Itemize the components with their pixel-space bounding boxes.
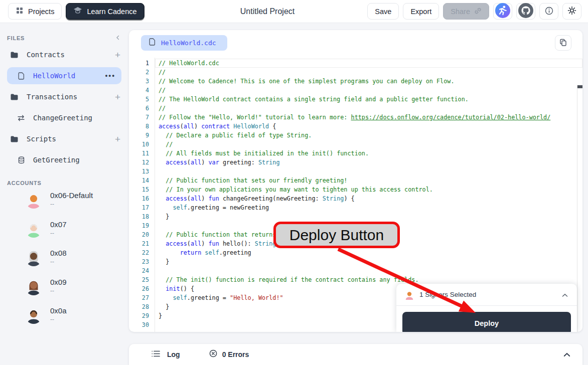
- document-icon: [149, 38, 156, 48]
- folder-scripts[interactable]: Scripts+: [0, 130, 128, 147]
- line-number: 16: [129, 195, 149, 202]
- line-number: 19: [129, 222, 149, 229]
- collapse-sidebar-icon[interactable]: [115, 35, 120, 41]
- github-icon: [518, 3, 533, 20]
- deploy-annotation-label: Deploy Button: [289, 227, 384, 244]
- account-balance: --: [50, 316, 67, 323]
- line-number: 30: [129, 321, 149, 328]
- add-file-button[interactable]: +: [115, 134, 120, 144]
- line-number: 3: [129, 78, 149, 85]
- line-number: 6: [129, 105, 149, 112]
- errors-count-label: 0 Errors: [222, 350, 249, 358]
- deploy-button[interactable]: Deploy: [402, 312, 571, 332]
- account-balance: --: [50, 287, 67, 294]
- transfer-icon: [17, 115, 25, 121]
- code-line: 6//: [129, 104, 582, 113]
- line-number: 26: [129, 285, 149, 292]
- line-number: 24: [129, 267, 149, 274]
- share-button[interactable]: Share: [443, 3, 489, 20]
- projects-button[interactable]: Projects: [8, 3, 62, 20]
- account-0x09[interactable]: 0x09--: [0, 278, 128, 307]
- tab-helloworld-cdc[interactable]: HelloWorld.cdc: [141, 35, 227, 51]
- topbar: Projects Learn Cadence Untitled Project …: [0, 0, 588, 23]
- add-file-button[interactable]: +: [115, 50, 120, 60]
- code-line: 16 access(all) fun changeGreeting(newGre…: [129, 194, 582, 203]
- signers-header[interactable]: 1 Signers Selected: [396, 284, 577, 306]
- line-number: 18: [129, 213, 149, 220]
- page-title: Untitled Project: [240, 7, 295, 16]
- file-item-helloworld[interactable]: HelloWorld●●●: [7, 67, 121, 84]
- file-menu-button[interactable]: ●●●: [105, 73, 115, 78]
- scrollbar-thumb[interactable]: [577, 85, 582, 88]
- file-label: ChangeGreeting: [33, 114, 92, 122]
- accounts-header: ACCOUNTS: [7, 179, 120, 186]
- flow-community-button[interactable]: [493, 3, 512, 20]
- code-line: 25 // The init() function is required if…: [129, 275, 582, 284]
- line-number: 28: [129, 303, 149, 310]
- code-line: 4//: [129, 86, 582, 95]
- file-label: HelloWorld: [33, 72, 75, 80]
- account-0x0a[interactable]: 0x0a--: [0, 306, 128, 335]
- account-address: 0x0a: [50, 306, 67, 315]
- account-0x07[interactable]: 0x07--: [0, 220, 128, 249]
- avatar: [25, 221, 42, 238]
- code-line: 11 // All fields must be initialized in …: [129, 149, 582, 158]
- line-number: 14: [129, 177, 149, 184]
- account-address: 0x06-Default: [50, 191, 93, 200]
- line-number: 4: [129, 87, 149, 94]
- line-number: 23: [129, 258, 149, 265]
- account-balance: --: [50, 258, 67, 265]
- save-button[interactable]: Save: [367, 3, 399, 20]
- line-number: 15: [129, 186, 149, 193]
- github-button[interactable]: [516, 3, 535, 20]
- files-header: FILES: [7, 35, 120, 41]
- document-icon: [17, 72, 25, 80]
- account-address: 0x07: [50, 220, 67, 229]
- line-number: 20: [129, 231, 149, 238]
- learn-cadence-label: Learn Cadence: [87, 8, 136, 16]
- line-number: 13: [129, 168, 149, 175]
- code-line: 13: [129, 167, 582, 176]
- log-panel[interactable]: Log 0 Errors: [129, 344, 582, 365]
- file-item-changegreeting[interactable]: ChangeGreeting: [0, 109, 128, 126]
- link-icon: [474, 7, 482, 16]
- folder-icon: [10, 93, 19, 101]
- folder-label: Scripts: [27, 135, 56, 143]
- folder-icon: [10, 51, 19, 59]
- theme-toggle-button[interactable]: [562, 3, 581, 20]
- deploy-annotation-callout: Deploy Button: [273, 222, 400, 248]
- code-line: 1// HelloWorld.cdc: [129, 59, 582, 68]
- file-item-getgreeting[interactable]: GetGreeting: [0, 151, 128, 168]
- account-0x08[interactable]: 0x08--: [0, 249, 128, 278]
- avatar: [25, 192, 42, 209]
- files-header-label: FILES: [7, 35, 25, 41]
- line-number: 17: [129, 204, 149, 211]
- avatar: [25, 307, 42, 324]
- account-address: 0x08: [50, 249, 67, 257]
- code-line: 10 //: [129, 140, 582, 149]
- folder-icon: [10, 135, 19, 143]
- scrollbar-track: [577, 85, 577, 332]
- export-button[interactable]: Export: [403, 3, 439, 20]
- runner-icon: [495, 3, 510, 20]
- code-line: 17 self.greeting = newGreeting: [129, 203, 582, 212]
- code-line: 22 return self.greeting: [129, 248, 582, 257]
- code-line: 24: [129, 266, 582, 275]
- line-number: 12: [129, 159, 149, 166]
- line-number: 9: [129, 132, 149, 139]
- learn-cadence-button[interactable]: Learn Cadence: [66, 3, 144, 20]
- code-line: 3// Welcome to Cadence! This is one of t…: [129, 77, 582, 86]
- account-balance: --: [50, 201, 93, 208]
- account-0x06-default[interactable]: 0x06-Default--: [0, 191, 128, 220]
- info-button[interactable]: [539, 3, 558, 20]
- folder-contracts[interactable]: Contracts+: [0, 46, 128, 63]
- line-number: 25: [129, 276, 149, 283]
- chevron-up-icon[interactable]: [562, 290, 568, 299]
- log-expand-chevron-icon[interactable]: [563, 352, 570, 357]
- add-file-button[interactable]: +: [115, 92, 120, 102]
- signers-label: 1 Signers Selected: [419, 291, 557, 298]
- avatar: [25, 249, 42, 266]
- line-number: 22: [129, 249, 149, 256]
- folder-transactions[interactable]: Transactions+: [0, 88, 128, 105]
- copy-code-button[interactable]: [555, 35, 571, 51]
